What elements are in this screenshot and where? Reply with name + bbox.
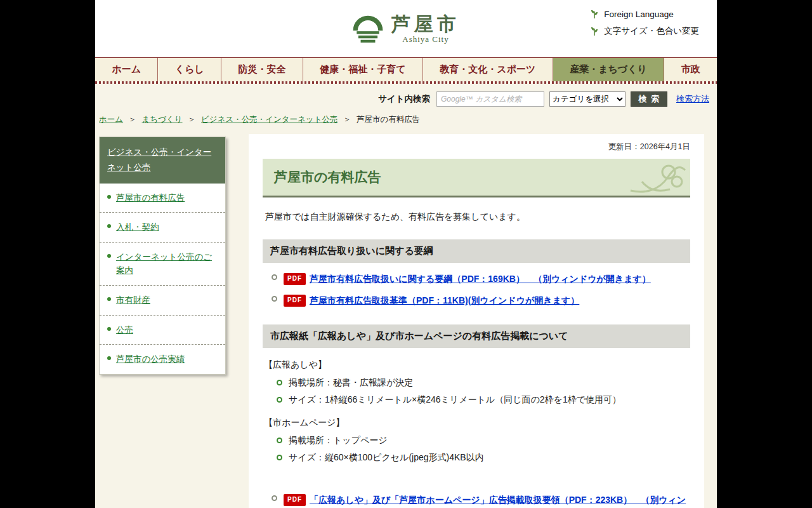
bullet-icon — [107, 254, 111, 258]
sidebar-item-koubai[interactable]: 公売 — [100, 316, 225, 345]
bullet-icon — [107, 356, 111, 360]
main-panel: 更新日：2026年4月1日 芦屋市の有料広告 芦屋市では自主財源確保するため、有… — [249, 134, 704, 508]
list-item: サイズ：縦60×横100ピクセル(jpeg形式)4KB以内 — [277, 452, 690, 464]
list-item: 掲載場所：秘書・広報課が決定 — [277, 377, 690, 389]
pdf-link-keisai-youryou[interactable]: PDF「広報あしや」及び「芦屋市ホームページ」広告掲載取扱要領（PDF：223K… — [284, 493, 690, 508]
text-size-color-link[interactable]: 文字サイズ・色合い変更 — [589, 25, 699, 37]
circle-bullet-icon — [272, 495, 277, 501]
sprout-icon — [589, 9, 599, 19]
sidebar: ビジネス・公売・インターネット公売 芦屋市の有料広告 入札・契約 インターネット… — [99, 137, 226, 375]
bullet-icon — [107, 297, 111, 301]
circle-bullet-icon — [272, 274, 277, 280]
updated-date: 更新日：2026年4月1日 — [263, 142, 690, 152]
circle-bullet-icon — [277, 455, 282, 460]
page-title: 芦屋市の有料広告 — [274, 168, 679, 186]
page-title-bar: 芦屋市の有料広告 — [263, 159, 690, 197]
pdf-link-kijun[interactable]: PDF芦屋市有料広告取扱基準（PDF：11KB)(別ウインドウが開きます） — [284, 293, 579, 308]
pdf-list-item: PDF芦屋市有料広告取扱いに関する要綱（PDF：169KB） （別ウィンドウが開… — [272, 272, 690, 286]
circle-bullet-icon — [272, 296, 277, 302]
nav-item-kurashi[interactable]: くらし — [157, 58, 221, 81]
sprout-icon — [589, 26, 599, 36]
sidebar-item-nyuusatsu[interactable]: 入札・契約 — [100, 213, 225, 243]
site-search-bar: サイト内検索 カテゴリを選択 検索 検索方法 — [95, 84, 717, 112]
search-help-link[interactable]: 検索方法 — [676, 93, 709, 105]
site-name: 芦屋市 — [391, 13, 460, 34]
bullet-icon — [107, 195, 111, 199]
pdf-link-youkou[interactable]: PDF芦屋市有料広告取扱いに関する要綱（PDF：169KB） （別ウィンドウが開… — [284, 272, 651, 286]
breadcrumb-separator: ＞ — [129, 115, 137, 124]
section1-heading: 芦屋市有料広告取り扱いに関する要綱 — [263, 239, 690, 263]
sidebar-item-koubai-jisseki[interactable]: 芦屋市の公売実績 — [100, 345, 225, 374]
foreign-language-label: Foreign Language — [604, 10, 674, 19]
nav-item-kyouiku[interactable]: 教育・文化・スポーツ — [422, 58, 553, 81]
circle-bullet-icon — [277, 380, 282, 385]
foreign-language-link[interactable]: Foreign Language — [589, 9, 699, 19]
category-select[interactable]: カテゴリを選択 — [549, 91, 625, 107]
subsection-homepage-title: 【市ホームページ】 — [264, 417, 690, 429]
list-item: 掲載場所：トップページ — [277, 435, 690, 446]
search-button[interactable]: 検索 — [631, 91, 667, 107]
breadcrumb-separator: ＞ — [343, 115, 351, 124]
sidebar-item-internet-kobai[interactable]: インターネット公売のご案内 — [100, 243, 225, 286]
pdf-badge: PDF — [284, 273, 306, 286]
breadcrumb-business[interactable]: ビジネス・公売・インターネット公売 — [201, 115, 337, 124]
city-emblem-icon — [352, 13, 384, 44]
circle-bullet-icon — [277, 397, 282, 403]
text-size-color-label: 文字サイズ・色合い変更 — [604, 25, 699, 37]
flourish-icon — [628, 163, 686, 197]
kouhou-detail-list: 掲載場所：秘書・広報課が決定 サイズ：1枠縦66ミリメートル×横246ミリメート… — [277, 377, 690, 406]
header-utilities: Foreign Language 文字サイズ・色合い変更 — [589, 9, 699, 37]
pdf-list-item: PDF芦屋市有料広告取扱基準（PDF：11KB)(別ウインドウが開きます） — [272, 293, 690, 308]
site-header: 芦屋市 Ashiya City Foreign Language — [95, 0, 717, 57]
sidebar-item-yuukoukoku[interactable]: 芦屋市の有料広告 — [100, 184, 225, 213]
breadcrumb-machizukuri[interactable]: まちづくり — [142, 115, 183, 124]
section2-pdf-list: PDF「広報あしや」及び「芦屋市ホームページ」広告掲載取扱要領（PDF：223K… — [272, 493, 690, 508]
nav-item-home[interactable]: ホーム — [95, 58, 157, 81]
sidebar-item-shiyuuzaisan[interactable]: 市有財産 — [100, 286, 225, 316]
nav-item-sangyou[interactable]: 産業・まちづくり — [553, 58, 664, 81]
list-item: サイズ：1枠縦66ミリメートル×横246ミリメートル（同じ面の2枠を1枠で使用可… — [277, 394, 690, 406]
site-search-label: サイト内検索 — [378, 93, 430, 105]
section2-heading: 市広報紙「広報あしや」及び市ホームページの有料広告掲載について — [263, 324, 690, 348]
nav-item-bousai[interactable]: 防災・安全 — [221, 58, 303, 81]
site-name-en: Ashiya City — [391, 34, 460, 44]
bullet-icon — [107, 224, 111, 228]
pdf-list-item: PDF「広報あしや」及び「芦屋市ホームページ」広告掲載取扱要領（PDF：223K… — [272, 493, 690, 508]
sidebar-category-link[interactable]: ビジネス・公売・インターネット公売 — [107, 147, 211, 172]
sidebar-header[interactable]: ビジネス・公売・インターネット公売 — [100, 137, 225, 184]
section1-pdf-list: PDF芦屋市有料広告取扱いに関する要綱（PDF：169KB） （別ウィンドウが開… — [272, 272, 690, 308]
breadcrumb-current: 芦屋市の有料広告 — [357, 115, 420, 124]
nav-item-kenkou[interactable]: 健康・福祉・子育て — [303, 58, 422, 81]
pdf-badge: PDF — [284, 295, 306, 307]
site-logo[interactable]: 芦屋市 Ashiya City — [352, 13, 460, 44]
breadcrumb-separator: ＞ — [188, 115, 196, 124]
bullet-icon — [107, 327, 111, 331]
global-nav: ホーム くらし 防災・安全 健康・福祉・子育て 教育・文化・スポーツ 産業・まち… — [95, 57, 717, 81]
intro-text: 芦屋市では自主財源確保するため、有料広告を募集しています。 — [265, 211, 688, 223]
circle-bullet-icon — [277, 438, 282, 443]
page: 芦屋市 Ashiya City Foreign Language — [95, 0, 717, 508]
nav-item-shisei[interactable]: 市政 — [664, 58, 717, 81]
breadcrumb: ホーム ＞ まちづくり ＞ ビジネス・公売・インターネット公売 ＞ 芦屋市の有料… — [95, 112, 717, 131]
search-input[interactable] — [436, 91, 544, 107]
subsection-kouhou-title: 【広報あしや】 — [264, 359, 690, 371]
content-area: ビジネス・公売・インターネット公売 芦屋市の有料広告 入札・契約 インターネット… — [95, 131, 717, 508]
breadcrumb-home[interactable]: ホーム — [99, 115, 123, 124]
homepage-detail-list: 掲載場所：トップページ サイズ：縦60×横100ピクセル(jpeg形式)4KB以… — [277, 435, 690, 464]
pdf-badge: PDF — [284, 494, 306, 507]
